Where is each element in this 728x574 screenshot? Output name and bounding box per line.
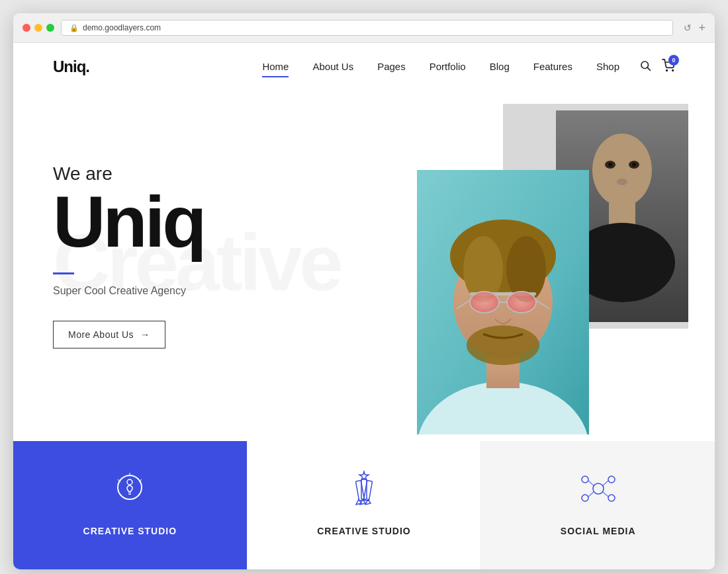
nav-link-about[interactable]: About Us <box>312 61 353 72</box>
hero-section: Creative We are Uniq Super Cool Creative… <box>13 91 715 434</box>
nav-item-features[interactable]: Features <box>533 61 572 73</box>
hero-image-main <box>417 170 589 434</box>
nav-item-pages[interactable]: Pages <box>377 61 406 73</box>
card-label-1: Creative Studio <box>83 526 177 536</box>
svg-point-28 <box>467 325 539 365</box>
nav-item-home[interactable]: Home <box>262 61 289 73</box>
svg-point-43 <box>608 495 615 501</box>
minimize-dot[interactable] <box>34 24 42 32</box>
nav-item-portfolio[interactable]: Portfolio <box>430 61 466 73</box>
nav-link-features[interactable]: Features <box>533 61 572 72</box>
hero-title: Uniq <box>53 187 333 257</box>
close-dot[interactable] <box>23 24 30 32</box>
card-creative-studio: Creative Studio <box>13 441 248 569</box>
navbar: Uniq. Home About Us Pages Portfolio Blog <box>13 43 715 91</box>
address-bar[interactable]: 🔒 demo.goodlayers.com <box>61 20 673 36</box>
card-social-media: Social Media <box>481 441 715 569</box>
card-label-3: Social Media <box>561 526 636 536</box>
nav-item-shop[interactable]: Shop <box>596 61 619 73</box>
site-content: Uniq. Home About Us Pages Portfolio Blog <box>13 43 715 569</box>
nav-icons: 0 <box>639 59 675 75</box>
cards-section: Creative Studio <box>13 441 715 569</box>
search-button[interactable] <box>639 60 651 75</box>
svg-line-47 <box>602 491 608 497</box>
svg-point-42 <box>582 495 588 501</box>
svg-line-44 <box>588 481 594 486</box>
card-label-2: Creative Studio <box>317 526 411 536</box>
hero-description: Super Cool Creative Agency <box>53 285 333 297</box>
cart-button[interactable]: 0 <box>662 59 675 75</box>
svg-line-1 <box>647 67 650 70</box>
card-icon-network <box>577 468 619 510</box>
svg-rect-36 <box>355 481 364 501</box>
svg-point-30 <box>127 479 132 485</box>
svg-point-2 <box>666 69 668 71</box>
svg-rect-38 <box>363 481 372 501</box>
svg-point-39 <box>593 483 604 494</box>
nav-link-shop[interactable]: Shop <box>596 61 619 72</box>
browser-chrome: 🔒 demo.goodlayers.com ↺ + <box>13 13 715 43</box>
hero-text: We are Uniq Super Cool Creative Agency M… <box>53 163 333 348</box>
cart-badge: 0 <box>668 55 679 65</box>
maximize-dot[interactable] <box>46 24 54 32</box>
svg-point-3 <box>672 69 674 71</box>
hero-cta-button[interactable]: More About Us → <box>53 321 165 348</box>
arrow-icon: → <box>140 329 150 340</box>
nav-link-pages[interactable]: Pages <box>377 61 406 72</box>
svg-point-41 <box>608 476 615 483</box>
browser-window: 🔒 demo.goodlayers.com ↺ + Uniq. Home Abo… <box>13 13 715 569</box>
new-tab-button[interactable]: + <box>698 21 705 35</box>
nav-link-home[interactable]: Home <box>262 61 289 72</box>
browser-dots <box>23 24 54 32</box>
hero-divider <box>53 272 74 274</box>
card-icon-brain <box>109 468 151 510</box>
hero-images <box>384 104 688 434</box>
nav-item-blog[interactable]: Blog <box>490 61 510 73</box>
nav-link-portfolio[interactable]: Portfolio <box>430 61 466 72</box>
nav-item-about[interactable]: About Us <box>312 61 353 73</box>
nav-links: Home About Us Pages Portfolio Blog Featu… <box>262 61 619 73</box>
url-text: demo.goodlayers.com <box>83 23 161 32</box>
svg-point-40 <box>582 476 588 483</box>
svg-point-23 <box>470 292 499 313</box>
svg-line-45 <box>602 481 608 486</box>
lock-icon: 🔒 <box>69 24 79 32</box>
svg-point-24 <box>507 292 536 313</box>
hero-cta-label: More About Us <box>68 329 134 340</box>
reload-button[interactable]: ↺ <box>684 22 692 33</box>
card-creative-studio-2: Creative Studio <box>248 441 482 569</box>
logo[interactable]: Uniq. <box>53 58 89 76</box>
card-icon-pencils <box>343 468 385 510</box>
svg-line-46 <box>588 491 594 497</box>
nav-link-blog[interactable]: Blog <box>490 61 510 72</box>
